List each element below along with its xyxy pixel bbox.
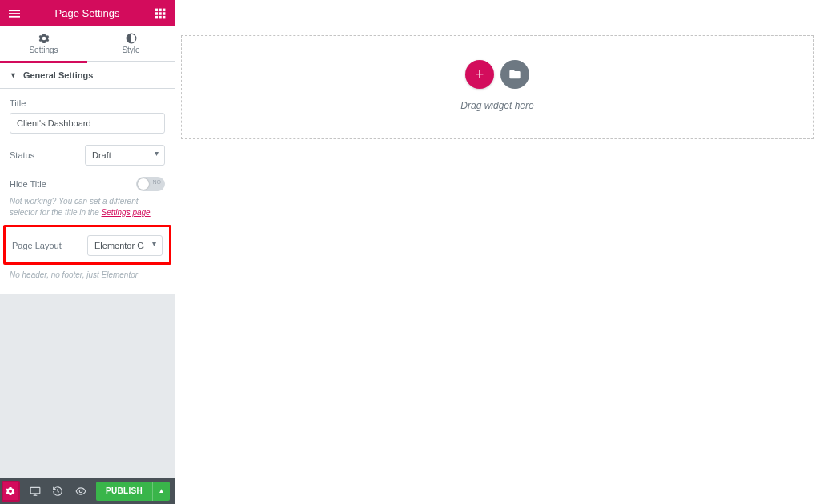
page-layout-select[interactable]: Elementor Canvas xyxy=(87,235,163,256)
field-title: Title xyxy=(10,98,165,134)
page-layout-highlight: Page Layout Elementor Canvas xyxy=(3,225,171,265)
tab-settings-label: Settings xyxy=(29,46,58,54)
svg-rect-2 xyxy=(9,15,20,17)
hide-title-label: Hide Title xyxy=(10,179,46,189)
field-page-layout: Page Layout Elementor Canvas xyxy=(12,235,163,256)
contrast-icon xyxy=(126,33,137,44)
footer-settings-button[interactable] xyxy=(2,481,20,502)
elementor-sidebar: Page Settings Settings Style ▼ xyxy=(0,0,175,504)
add-section-button[interactable]: + xyxy=(465,60,494,89)
field-status: Status Draft xyxy=(10,145,165,166)
section-title: General Settings xyxy=(23,70,93,80)
gear-icon xyxy=(38,33,50,44)
sidebar-tabs: Settings Style xyxy=(0,26,175,62)
status-select[interactable]: Draft xyxy=(85,145,165,166)
plus-icon: + xyxy=(476,66,484,83)
settings-panel: ▼ General Settings Title Status Draft xyxy=(0,62,175,294)
footer-responsive-button[interactable] xyxy=(28,482,43,500)
svg-rect-1 xyxy=(9,13,20,14)
sidebar-header: Page Settings xyxy=(0,0,175,26)
svg-rect-4 xyxy=(159,8,162,11)
tab-settings[interactable]: Settings xyxy=(0,26,87,61)
field-hide-title: Hide Title NO xyxy=(10,177,165,191)
add-template-button[interactable] xyxy=(500,60,529,89)
settings-page-link[interactable]: Settings page xyxy=(102,208,151,217)
chevron-up-icon: ▲ xyxy=(159,487,165,494)
hide-title-hint: Not working? You can set a different sel… xyxy=(10,196,165,218)
tab-style[interactable]: Style xyxy=(87,26,175,61)
hamburger-menu-icon[interactable] xyxy=(6,6,22,22)
svg-point-16 xyxy=(79,490,82,493)
editor-canvas: + Drag widget here xyxy=(175,0,820,504)
publish-button[interactable]: PUBLISH xyxy=(96,482,152,501)
toggle-state-text: NO xyxy=(153,179,162,185)
title-label: Title xyxy=(10,98,165,108)
status-label: Status xyxy=(10,150,78,160)
svg-rect-3 xyxy=(155,8,159,11)
widget-grid-icon[interactable] xyxy=(152,6,168,22)
page-layout-hint: No header, no footer, just Elementor xyxy=(10,270,165,281)
publish-options-button[interactable]: ▲ xyxy=(152,482,170,501)
canvas-dropzone[interactable]: + Drag widget here xyxy=(181,35,814,139)
toggle-knob xyxy=(138,178,149,190)
title-input[interactable] xyxy=(10,113,165,134)
hide-title-toggle[interactable]: NO xyxy=(136,177,165,191)
footer-history-button[interactable] xyxy=(50,482,66,500)
sidebar-footer: PUBLISH ▲ xyxy=(0,478,175,504)
sidebar-title: Page Settings xyxy=(55,7,120,19)
svg-rect-13 xyxy=(30,487,40,494)
chevron-down-icon: ▼ xyxy=(10,71,17,79)
svg-rect-8 xyxy=(163,12,166,15)
svg-rect-7 xyxy=(159,12,162,15)
svg-rect-6 xyxy=(155,12,159,15)
svg-rect-10 xyxy=(159,15,162,18)
folder-icon xyxy=(508,68,521,81)
dropzone-hint: Drag widget here xyxy=(182,100,813,111)
footer-preview-button[interactable] xyxy=(74,482,89,500)
svg-rect-0 xyxy=(9,10,20,11)
tab-style-label: Style xyxy=(122,46,139,54)
svg-rect-9 xyxy=(155,15,159,18)
page-layout-label: Page Layout xyxy=(12,241,81,250)
section-general-settings[interactable]: ▼ General Settings xyxy=(0,62,175,89)
svg-rect-5 xyxy=(163,8,166,11)
svg-rect-11 xyxy=(163,15,166,18)
